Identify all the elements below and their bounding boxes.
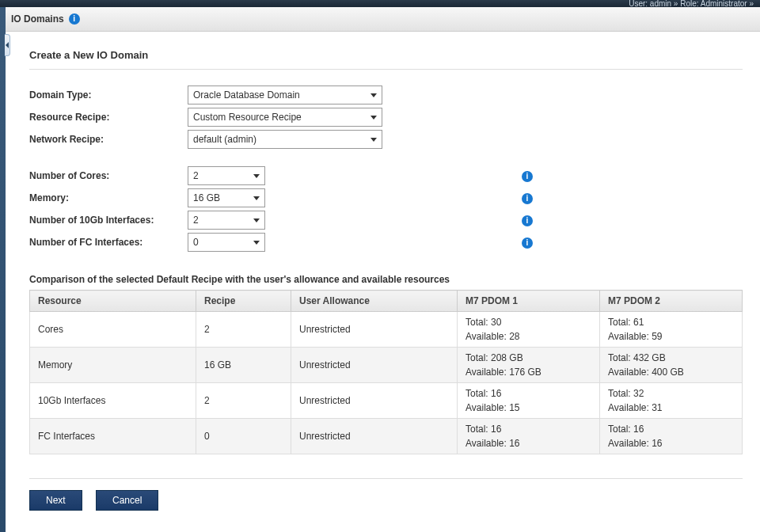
cell-pdom1: Total: 16Available: 15 [458,383,600,419]
network-recipe-value: default (admin) [193,134,256,145]
table-row: 10Gb Interfaces2UnrestrictedTotal: 16Ava… [30,383,743,419]
memory-value: 16 GB [193,192,220,203]
cores-value: 2 [193,170,199,181]
info-icon[interactable]: i [69,13,80,25]
ten-gb-value: 2 [193,215,199,226]
cell-resource: 10Gb Interfaces [30,383,196,419]
next-button[interactable]: Next [29,490,82,511]
fc-value: 0 [193,237,199,248]
domain-type-label: Domain Type: [29,89,188,101]
cell-pdom1: Total: 208 GBAvailable: 176 GB [458,348,600,383]
th-pdom2: M7 PDOM 2 [600,291,743,312]
cell-pdom1: Total: 30Available: 28 [458,312,600,348]
th-user: User Allowance [291,291,458,312]
cell-recipe: 16 GB [196,348,291,383]
domain-type-value: Oracle Database Domain [193,89,300,101]
cell-user: Unrestricted [291,312,458,348]
fc-label: Number of FC Interfaces: [29,237,188,248]
info-icon[interactable]: i [522,215,533,226]
network-recipe-label: Network Recipe: [29,134,188,145]
cell-pdom2: Total: 432 GBAvailable: 400 GB [600,348,743,383]
cell-pdom2: Total: 32Available: 31 [600,383,743,419]
table-row: Cores2UnrestrictedTotal: 30Available: 28… [30,312,743,348]
header-title: IO Domains [11,13,64,25]
nav-rail [0,7,6,530]
ten-gb-select[interactable]: 2 [188,211,265,230]
top-user-bar: User: admin » Role: Administrator » [0,0,760,7]
cores-select[interactable]: 2 [188,166,265,185]
cell-user: Unrestricted [291,383,458,419]
cell-pdom1: Total: 16Available: 16 [458,419,600,454]
table-header-row: Resource Recipe User Allowance M7 PDOM 1… [30,291,743,312]
cancel-button[interactable]: Cancel [96,490,158,511]
chevron-down-icon [253,241,260,245]
resource-recipe-label: Resource Recipe: [29,112,188,123]
cell-resource: FC Interfaces [30,419,196,454]
cell-pdom2: Total: 61Available: 59 [600,312,743,348]
info-icon[interactable]: i [522,238,533,249]
cell-resource: Cores [30,312,196,348]
th-resource: Resource [30,291,196,312]
chevron-down-icon [370,93,377,97]
domain-type-select[interactable]: Oracle Database Domain [188,86,382,104]
cell-recipe: 2 [196,383,291,419]
ten-gb-label: Number of 10Gb Interfaces: [29,215,188,226]
chevron-down-icon [253,174,260,178]
network-recipe-select[interactable]: default (admin) [188,130,382,149]
resource-recipe-select[interactable]: Custom Resource Recipe [188,108,382,127]
chevron-down-icon [370,138,377,142]
cell-user: Unrestricted [291,419,458,454]
th-recipe: Recipe [196,291,291,312]
comparison-table: Resource Recipe User Allowance M7 PDOM 1… [29,290,743,454]
fc-select[interactable]: 0 [188,233,265,252]
comparison-title: Comparison of the selected Default Recip… [29,274,743,285]
memory-label: Memory: [29,192,188,203]
cell-resource: Memory [30,348,196,383]
page-title: Create a New IO Domain [29,44,743,70]
table-row: FC Interfaces0UnrestrictedTotal: 16Avail… [30,419,743,454]
page-header: IO Domains i [0,7,760,32]
table-row: Memory16 GBUnrestrictedTotal: 208 GBAvai… [30,348,743,383]
cores-label: Number of Cores: [29,170,188,181]
nav-rail-expand[interactable] [5,34,10,56]
chevron-down-icon [370,116,377,120]
info-icon[interactable]: i [522,171,533,182]
chevron-down-icon [253,196,260,200]
cell-user: Unrestricted [291,348,458,383]
memory-select[interactable]: 16 GB [188,188,265,207]
resource-recipe-value: Custom Resource Recipe [193,112,302,123]
cell-recipe: 0 [196,419,291,454]
chevron-down-icon [253,218,260,222]
cell-pdom2: Total: 16Available: 16 [600,419,743,454]
cell-recipe: 2 [196,312,291,348]
th-pdom1: M7 PDOM 1 [458,291,600,312]
info-icon[interactable]: i [522,193,533,204]
